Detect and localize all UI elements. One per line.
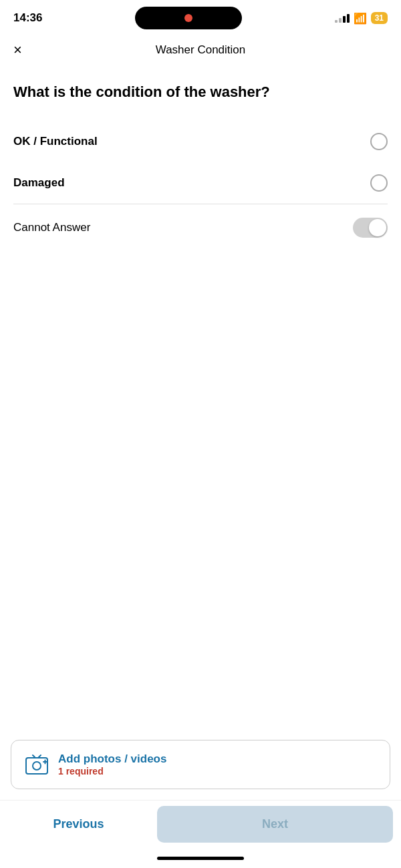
status-bar: 14:36 📶 31: [0, 0, 401, 33]
option-ok-functional[interactable]: OK / Functional: [13, 121, 388, 162]
add-photo-icon: [25, 752, 49, 777]
page-title: Washer Condition: [156, 43, 246, 57]
required-label: 1 required: [58, 766, 166, 777]
add-photos-label: Add photos / videos: [58, 752, 166, 766]
previous-button[interactable]: Previous: [0, 801, 157, 848]
dynamic-island: [135, 7, 242, 29]
recording-indicator: [184, 14, 192, 22]
cannot-answer-row: Cannot Answer: [13, 204, 388, 251]
signal-icon: [335, 14, 350, 23]
cannot-answer-toggle[interactable]: [353, 218, 388, 238]
battery-level: 31: [371, 12, 388, 24]
next-button[interactable]: Next: [157, 806, 393, 843]
option-damaged[interactable]: Damaged: [13, 162, 388, 204]
home-bar: [157, 857, 244, 860]
option-damaged-label: Damaged: [13, 176, 65, 190]
question-title: What is the condition of the washer?: [13, 83, 388, 102]
status-time: 14:36: [13, 11, 42, 25]
close-button[interactable]: ×: [13, 43, 22, 57]
bottom-area: Add photos / videos 1 required Previous …: [0, 740, 401, 868]
option-ok-radio[interactable]: [370, 133, 388, 150]
add-photos-button[interactable]: Add photos / videos 1 required: [11, 740, 390, 789]
svg-rect-0: [26, 758, 47, 774]
main-content: What is the condition of the washer? OK …: [0, 67, 401, 251]
svg-point-1: [33, 762, 41, 770]
option-ok-label: OK / Functional: [13, 135, 98, 148]
navigation-bar: Previous Next: [0, 800, 401, 848]
wifi-icon: 📶: [354, 12, 367, 25]
cannot-answer-label: Cannot Answer: [13, 221, 90, 234]
page-header: × Washer Condition: [0, 33, 401, 67]
home-indicator: [0, 848, 401, 868]
add-photos-text-block: Add photos / videos 1 required: [58, 752, 166, 777]
option-damaged-radio[interactable]: [370, 174, 388, 192]
status-right-icons: 📶 31: [335, 12, 388, 25]
toggle-thumb: [369, 219, 386, 236]
